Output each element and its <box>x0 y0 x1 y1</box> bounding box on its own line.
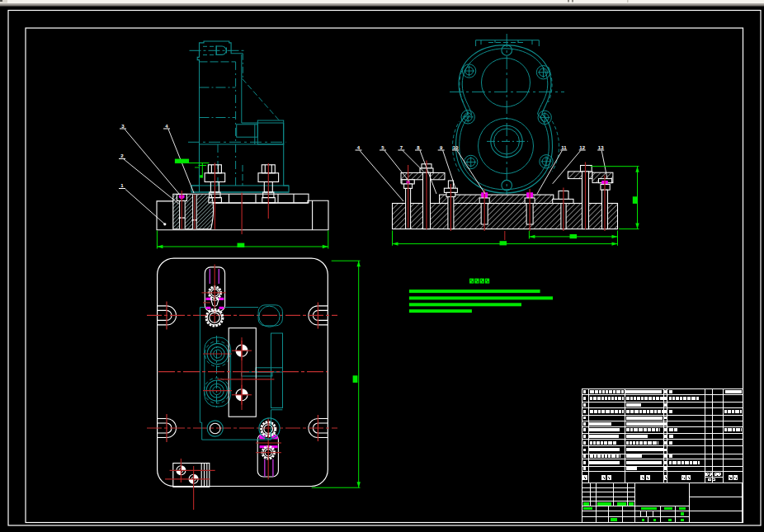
svg-text:12: 12 <box>579 145 585 150</box>
svg-text:13: 13 <box>598 145 604 150</box>
svg-text:10: 10 <box>453 145 459 150</box>
svg-text:11: 11 <box>561 145 567 150</box>
